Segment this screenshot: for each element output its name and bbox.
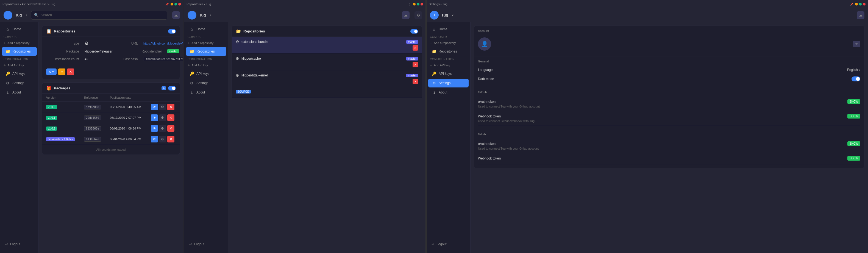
gitlab-oauth-show-btn-3[interactable]: SHOW xyxy=(847,141,860,146)
cloud-icon-3[interactable]: ☁ xyxy=(857,11,864,19)
package-label-1: Package xyxy=(46,50,79,53)
pin-icon[interactable]: 📌 xyxy=(165,2,169,6)
pin-icon-3[interactable]: 📌 xyxy=(849,2,854,6)
plus-icon-2: + xyxy=(188,41,190,45)
edit-avatar-btn-3[interactable]: ✏ xyxy=(853,41,860,47)
github-oauth-row-3: oAuth token SHOW Used to connect Tug wit… xyxy=(478,96,860,111)
repo-list-2: ⚙ extensions-bundle master ✕ ⚙ klipper/c… xyxy=(232,37,422,97)
edit-btn-3[interactable]: ⚙ xyxy=(159,136,166,142)
maximize-btn-1[interactable] xyxy=(175,3,177,5)
delete-button-1[interactable]: ✕ xyxy=(67,68,74,75)
logout-btn-2[interactable]: ↩ Logout xyxy=(186,240,226,248)
add-api-key-btn-3[interactable]: + Add API key xyxy=(427,61,470,69)
menu-icon-2[interactable]: ⋮ xyxy=(407,2,411,6)
packages-table-1: Version Reference Publication date v1.0.… xyxy=(42,94,180,145)
minimize-btn-1[interactable] xyxy=(170,3,173,5)
list-item[interactable]: ⚙ klipper/cache master ✕ xyxy=(232,54,422,71)
close-btn-1[interactable] xyxy=(178,3,181,5)
key-icon-1: 🔑 xyxy=(5,72,10,76)
edit-btn-0[interactable]: ⚙ xyxy=(159,104,166,110)
sidebar-item-settings-2[interactable]: ⚙ Settings xyxy=(186,79,226,87)
repos-toggle-2[interactable] xyxy=(410,29,418,33)
menu-btn-2[interactable]: ⚙ xyxy=(414,11,422,19)
back-button-3[interactable]: ‹ xyxy=(451,11,455,19)
close-btn-2[interactable] xyxy=(421,3,423,5)
darkmode-toggle-3[interactable] xyxy=(851,77,860,81)
view-btn-3[interactable]: 👁 xyxy=(151,136,158,142)
del-btn-3[interactable]: ✕ xyxy=(167,136,175,142)
add-repository-btn-2[interactable]: + Add a repository xyxy=(184,39,228,47)
maximize-btn-3[interactable] xyxy=(859,3,862,5)
pkg-ref-1: 29de1580 xyxy=(80,112,106,123)
list-item[interactable]: ⚙ extensions-bundle master ✕ xyxy=(232,37,422,54)
sidebar-item-home-1[interactable]: ⌂ Home xyxy=(2,25,37,33)
plus-api-icon-1: + xyxy=(4,63,6,67)
github-icon-1: ⚙ xyxy=(236,56,239,61)
sidebar-item-repos-2[interactable]: 📁 Repositories xyxy=(186,47,226,56)
view-btn-0[interactable]: 👁 xyxy=(151,104,158,110)
edit-btn-2[interactable]: ⚙ xyxy=(159,125,166,132)
del-btn-0[interactable]: ✕ xyxy=(167,104,175,110)
repo-del-btn-0[interactable]: ✕ xyxy=(412,45,418,51)
sidebar-footer-1: ↩ Logout xyxy=(0,238,38,251)
sidebar-item-about-1[interactable]: ℹ About xyxy=(2,88,37,97)
github-webhook-text-3: Webhook token xyxy=(478,114,501,118)
logout-btn-1[interactable]: ↩ Logout xyxy=(2,240,37,248)
sidebar-item-settings-1[interactable]: ⚙ Settings xyxy=(2,79,37,87)
repo-del-btn-1[interactable]: ✕ xyxy=(412,62,418,67)
topbar-3: T Tug ‹ ☁ xyxy=(427,8,868,22)
edit-btn-1[interactable]: ⚙ xyxy=(159,114,166,121)
account-section-3: Account 👤 ✏ xyxy=(474,26,864,56)
search-bar-1[interactable]: 🔍 Search xyxy=(31,11,167,20)
back-button-1[interactable]: ‹ xyxy=(25,11,28,19)
sidebar-item-apikeys-1[interactable]: 🔑 API keys xyxy=(2,69,37,78)
packages-toggle-1[interactable] xyxy=(168,86,176,90)
sidebar-item-repos-1[interactable]: 📁 Repositories xyxy=(2,47,37,56)
del-btn-1[interactable]: ✕ xyxy=(167,114,175,121)
maximize-btn-2[interactable] xyxy=(417,3,420,5)
warn-button-1[interactable]: ⚠ xyxy=(58,68,65,75)
minimize-btn-2[interactable] xyxy=(413,3,415,5)
del-btn-2[interactable]: ✕ xyxy=(167,125,175,132)
repo-toggle-1[interactable] xyxy=(168,29,176,33)
sidebar-home-label-2: Home xyxy=(196,27,205,31)
github-webhook-show-btn-3[interactable]: SHOW xyxy=(847,114,860,118)
view-btn-1[interactable]: 👁 xyxy=(151,114,158,121)
list-item[interactable]: ⚙ klipper/htta-kernel master ✕ xyxy=(232,71,422,87)
refresh-button-1[interactable]: ↻ ▾ xyxy=(46,68,57,75)
pkg-actions-0: 👁 ⚙ ✕ xyxy=(147,102,180,112)
add-repository-btn-1[interactable]: + Add a repository xyxy=(0,39,38,47)
gitlab-webhook-show-btn-3[interactable]: SHOW xyxy=(847,156,860,161)
sidebar-item-about-3[interactable]: ℹ About xyxy=(428,88,469,97)
type-value-1: ⚙ xyxy=(85,41,88,46)
sidebar-item-home-2[interactable]: ⌂ Home xyxy=(186,25,226,33)
list-item[interactable]: SOURCE xyxy=(232,87,422,97)
minimize-btn-3[interactable] xyxy=(855,3,858,5)
app-body-1: ⌂ Home Composer + Add a repository 📁 Rep… xyxy=(0,22,183,253)
ref-badge-3: 8131662e xyxy=(84,137,101,142)
close-btn-3[interactable] xyxy=(863,3,866,5)
repo-del-btn-2[interactable]: ✕ xyxy=(412,79,418,84)
url-link-1[interactable]: https://github.com/klipperdev/releaser.g… xyxy=(144,42,183,45)
add-api-key-btn-2[interactable]: + Add API key xyxy=(184,61,228,69)
repo-name-2: klipper/htta-kernel xyxy=(242,74,404,77)
view-btn-2[interactable]: 👁 xyxy=(151,125,158,132)
add-repository-btn-3[interactable]: + Add a repository xyxy=(427,39,470,47)
logout-btn-3[interactable]: ↩ Logout xyxy=(428,240,469,248)
github-icon-2: ⚙ xyxy=(236,73,239,78)
back-button-2[interactable]: ‹ xyxy=(209,11,212,19)
cloud-icon-2[interactable]: ☁ xyxy=(402,11,409,19)
github-oauth-show-btn-3[interactable]: SHOW xyxy=(847,99,860,104)
add-repo-label-2: Add a repository xyxy=(191,41,213,45)
cloud-icon-1[interactable]: ☁ xyxy=(172,11,180,19)
sidebar-item-home-3[interactable]: ⌂ Home xyxy=(428,25,469,33)
sidebar-item-repos-3[interactable]: 📁 Repositories xyxy=(428,47,469,56)
count-value-1: 42 xyxy=(85,57,88,61)
sidebar-item-apikeys-3[interactable]: 🔑 API keys xyxy=(428,69,469,78)
add-api-key-btn-1[interactable]: + Add API key xyxy=(0,61,38,69)
pkg-ref-2: 8131662e xyxy=(80,123,106,134)
sidebar-item-settings-3[interactable]: ⚙ Settings xyxy=(428,79,469,87)
col-publication-1: Publication date xyxy=(106,94,147,102)
sidebar-item-apikeys-2[interactable]: 🔑 API keys xyxy=(186,69,226,78)
sidebar-item-about-2[interactable]: ℹ About xyxy=(186,88,226,97)
